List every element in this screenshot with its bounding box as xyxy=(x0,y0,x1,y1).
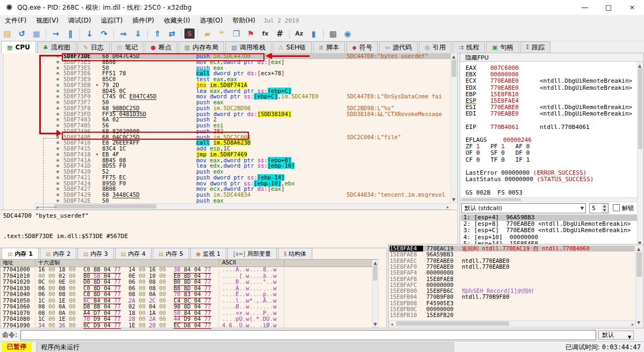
register-value[interactable]: 007C6000 xyxy=(490,64,519,71)
tab-流程图[interactable]: ♣流程图 xyxy=(37,41,76,53)
stack-row[interactable]: 15E8FAF0770EABE0ntdll.770EABE0 xyxy=(389,264,635,270)
maximize-button[interactable]: □ xyxy=(597,0,620,15)
calling-convention-select[interactable]: 默认 (stdcall)▼ xyxy=(461,203,586,213)
breakpoint-dot-icon[interactable] xyxy=(56,78,59,81)
breakpoint-dot-icon[interactable] xyxy=(56,124,59,127)
disasm-row[interactable]: 5D8F742E50push eax xyxy=(0,198,450,204)
stack-row[interactable]: 15E8FAEC770EABE0ntdll.770EABE0 xyxy=(389,258,635,264)
stack-row[interactable]: 15E8FB0015E8FB6C指向SEH_Record[1]的指针 xyxy=(389,288,635,294)
stack-row[interactable]: 15E8FB08F45905E3 xyxy=(389,300,635,306)
tab-内存 1[interactable]: ▤内存 1 xyxy=(2,248,39,259)
register-value[interactable]: 770EABE0 xyxy=(490,77,519,84)
tab-脚本[interactable]: ≣脚本 xyxy=(313,41,345,53)
bookmark-icon[interactable]: ⚑ xyxy=(244,27,257,40)
stack-row[interactable]: 15E8FAF400000000 xyxy=(389,270,635,276)
step-over-icon[interactable]: ↷ xyxy=(97,27,111,40)
register-value[interactable]: 770EABE0 xyxy=(490,110,519,117)
step-into-icon[interactable]: ↓ xyxy=(83,27,96,40)
menu-item-视图V[interactable]: 视图(V) xyxy=(31,15,63,26)
command-input[interactable] xyxy=(20,330,596,340)
minimize-button[interactable]: — xyxy=(573,0,597,15)
breakpoint-dot-icon[interactable] xyxy=(56,118,59,121)
register-value[interactable]: 15E8FAE4 xyxy=(490,97,519,104)
breakpoint-dot-icon[interactable] xyxy=(56,95,59,98)
tab-符号[interactable]: ◆符号 xyxy=(346,41,378,53)
register-value[interactable]: 770EABE0 xyxy=(490,104,519,111)
tab-调用堆栈[interactable]: ▧调用堆栈 xyxy=(225,41,271,53)
menu-item-选项O[interactable]: 选项(O) xyxy=(195,15,228,26)
breakpoint-dot-icon[interactable] xyxy=(56,199,59,202)
register-line[interactable]: EIP770B4061ntdll.770B4061 xyxy=(466,124,593,131)
restart-icon[interactable]: ↺ xyxy=(15,27,28,40)
register-line[interactable]: EDI770EABE0<ntdll.DbgUiRemoteBreakin> xyxy=(466,111,593,117)
registers-hscrollbar[interactable] xyxy=(461,197,637,202)
breakpoint-dot-icon[interactable] xyxy=(56,147,59,150)
register-value[interactable]: 770B4061 xyxy=(490,124,519,131)
fx-icon[interactable]: fx xyxy=(259,27,272,40)
tab-内存布局[interactable]: ▥内存布局 xyxy=(178,41,224,53)
spacer[interactable] xyxy=(466,183,593,189)
menu-item-收藏夹I[interactable]: 收藏夹(I) xyxy=(159,15,195,26)
breakpoint-dot-icon[interactable] xyxy=(56,72,59,75)
close-button[interactable]: × xyxy=(620,0,644,15)
flag-value[interactable]: 1 xyxy=(526,156,541,163)
flags-line[interactable]: CF 0 TF 0 IF 1 xyxy=(466,157,593,163)
breakpoint-dot-icon[interactable] xyxy=(56,90,59,92)
breakpoint-dot-icon[interactable] xyxy=(56,188,59,190)
flag-value[interactable]: 1 xyxy=(476,143,491,150)
argument-count-stepper[interactable]: 5▲▼ xyxy=(589,203,609,213)
menu-item-调试D[interactable]: 调试(D) xyxy=(63,15,96,26)
tab-线程[interactable]: ⇉线程 xyxy=(453,41,485,53)
tab-引用[interactable]: ◎引用 xyxy=(419,41,452,53)
dump-header-address[interactable]: 地址 xyxy=(3,260,13,266)
spacer[interactable] xyxy=(466,118,593,124)
scylla-icon[interactable]: S xyxy=(184,28,195,39)
tab-内存 3[interactable]: ▤内存 3 xyxy=(77,248,114,259)
registers-panel[interactable]: 隐藏FPU EAX007C6000EBX00000000ECX770EABE0<… xyxy=(460,53,644,247)
breakpoint-dot-icon[interactable] xyxy=(56,113,59,116)
register-line[interactable]: ECX770EABE0<ntdll.DbgUiRemoteBreakin> xyxy=(466,78,593,84)
flag-value[interactable]: 0 xyxy=(501,156,516,163)
stack-row[interactable]: 15E8FB1015E8FB20 xyxy=(389,312,635,318)
argument-row[interactable]: 4: [esp+10] 00000000 xyxy=(461,234,637,241)
flag-value[interactable]: 0 xyxy=(476,149,491,156)
breakpoint-dot-icon[interactable] xyxy=(56,182,59,185)
segment-registers-line[interactable]: GS 002B FS 0053 xyxy=(466,190,593,196)
tab-笔记[interactable]: ▤笔记 xyxy=(111,41,144,53)
open-file-icon[interactable]: ▤ xyxy=(1,27,14,40)
checkbox-icon[interactable] xyxy=(613,204,620,211)
patch-icon[interactable]: ▰ xyxy=(201,27,214,40)
tab-CPU[interactable]: ▦CPU xyxy=(1,41,36,53)
breakpoint-dot-icon[interactable] xyxy=(56,141,59,144)
stack-row[interactable]: 15E8FAE4770EAC19返回到 ntdll.770EAC19 自 ntd… xyxy=(389,246,635,252)
dump-row[interactable]: 7704109034 00 36 000C D9 04 771E 00 20 0… xyxy=(1,322,378,329)
flag-value[interactable]: 1 xyxy=(501,143,516,150)
flag-value[interactable]: 0 xyxy=(501,149,516,156)
comment-icon[interactable]: ❝ xyxy=(215,27,228,40)
hide-fpu-button[interactable]: 隐藏FPU xyxy=(460,53,643,62)
stack-row[interactable]: 15E8FB04770B9F80ntdll.770B9F80 xyxy=(389,294,635,300)
tab-监视 1[interactable]: ◉监视 1 xyxy=(190,248,226,259)
tab-句柄[interactable]: ▣句柄 xyxy=(486,41,519,53)
disassembly-hscrollbar[interactable]: ◂▸ xyxy=(34,203,450,210)
memory-globe-icon[interactable]: ◉ xyxy=(341,27,354,40)
menu-item-文件F[interactable]: 文件(F) xyxy=(0,15,31,26)
registers-vscrollbar[interactable]: ▲▼ xyxy=(637,62,643,247)
memory-dump-panel[interactable]: ▤内存 1▤内存 2▤内存 3▤内存 4▤内存 5◉监视 1[x=]局部变量§结… xyxy=(0,248,387,328)
tab-内存 2[interactable]: ▤内存 2 xyxy=(40,248,76,259)
dump-vscrollbar[interactable]: ▲▼ xyxy=(372,260,378,328)
stepper-arrows-icon[interactable]: ▲▼ xyxy=(602,204,607,213)
tab-SEH链[interactable]: ⚠SEH链 xyxy=(273,41,312,53)
register-value[interactable]: 770EABE0 xyxy=(490,84,519,91)
az-icon[interactable]: Az xyxy=(292,27,306,40)
breakpoint-dot-icon[interactable] xyxy=(56,84,59,87)
breakpoint-dot-icon[interactable] xyxy=(56,170,59,173)
breakpoint-dot-icon[interactable] xyxy=(56,159,59,162)
tab-结构体[interactable]: §结构体 xyxy=(278,248,312,259)
disassembly-vscrollbar[interactable]: ▲▼ xyxy=(450,53,457,203)
tab-源代码[interactable]: ‹›源代码 xyxy=(379,41,418,53)
menu-item-追踪T[interactable]: 追踪(T) xyxy=(96,15,127,26)
breakpoint-dot-icon[interactable] xyxy=(56,153,59,156)
calculator-icon[interactable]: ▦ xyxy=(326,27,340,40)
last-status-line[interactable]: LastStatus 00000000 (STATUS_SUCCESS) xyxy=(466,176,593,183)
